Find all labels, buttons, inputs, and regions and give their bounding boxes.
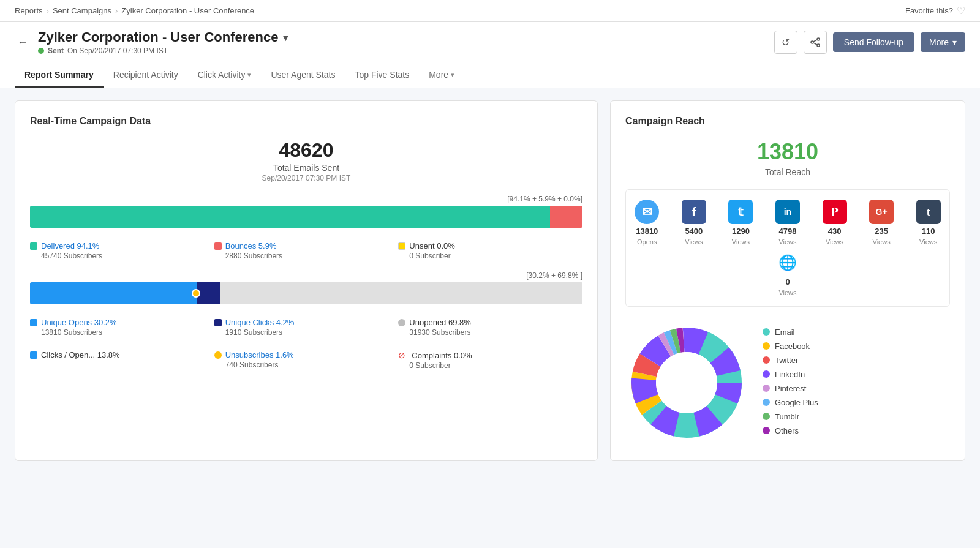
breadcrumb-sent[interactable]: Sent Campaigns (53, 6, 111, 15)
social-tumblr[interactable]: t 110 Views (910, 200, 947, 246)
gplus-count: 235 (875, 227, 888, 236)
svg-point-1 (811, 41, 813, 43)
unsubscribes-subs: 740 Subscribers (225, 361, 394, 369)
send-followup-button[interactable]: Send Follow-up (833, 32, 914, 52)
legend-twitter: Twitter (763, 356, 950, 365)
gplus-label: Views (873, 238, 891, 246)
more-dropdown-icon: ▾ (952, 37, 957, 47)
stat-unsent: Unsent 0.0% 0 Subscriber (398, 239, 582, 263)
bar2-rest (220, 282, 582, 304)
total-number: 48620 (30, 139, 582, 162)
social-grid: ✉ 13810 Opens f 5400 Views 𝕥 1290 Views … (625, 189, 950, 307)
tab-click-activity[interactable]: Click Activity ▾ (188, 64, 262, 88)
stat-unsubscribes: Unsubscribes 1.6% 740 Subscribers (214, 348, 399, 372)
legend-others: Others (763, 426, 950, 435)
tumblr-count: 110 (922, 227, 935, 236)
unsent-dot (398, 242, 405, 250)
total-label: Total Emails Sent (30, 163, 582, 173)
share-button[interactable] (804, 31, 827, 54)
breadcrumb-current: Zylker Corporation - User Conference (121, 6, 254, 15)
legend-twitter-dot (763, 356, 770, 364)
unsubscribes-link[interactable]: Unsubscribes 1.6% (225, 350, 294, 359)
sent-status-dot (38, 48, 44, 54)
bar2-opens (30, 282, 197, 304)
email-icon: ✉ (635, 200, 659, 224)
svg-point-13 (656, 352, 717, 413)
realtime-panel: Real-Time Campaign Data 48620 Total Emai… (15, 100, 598, 461)
complaints-label: Complaints 0.0% (412, 351, 472, 360)
favorite-heart-icon[interactable]: ♡ (957, 5, 965, 17)
twitter-label: Views (732, 238, 750, 246)
reach-title: Campaign Reach (625, 116, 950, 127)
breadcrumb: Reports › Sent Campaigns › Zylker Corpor… (15, 6, 254, 15)
stat-clicks-open: Clicks / Open... 13.8% (30, 348, 214, 372)
breadcrumb-reports[interactable]: Reports (15, 6, 43, 15)
tab-more[interactable]: More ▾ (419, 64, 464, 88)
social-twitter[interactable]: 𝕥 1290 Views (722, 200, 759, 246)
pinterest-icon: P (823, 200, 847, 224)
reach-legend: Email Facebook Twitter LinkedIn Pinteres… (763, 328, 950, 440)
legend-facebook: Facebook (763, 342, 950, 351)
bar1-delivered (30, 206, 550, 228)
web-label: Views (778, 289, 796, 296)
bounces-link[interactable]: Bounces 5.9% (225, 241, 277, 250)
legend-linkedin-label: LinkedIn (775, 370, 805, 379)
tab-recipient-activity[interactable]: Recipient Activity (104, 64, 188, 88)
reach-total-number: 13810 (625, 139, 950, 165)
social-web[interactable]: 🌐 0 Views (769, 250, 806, 296)
back-button[interactable]: ← (15, 34, 31, 51)
web-icon: 🌐 (775, 250, 800, 275)
unique-opens-link[interactable]: Unique Opens 30.2% (41, 318, 117, 327)
donut-chart (625, 321, 748, 446)
unique-opens-dot (30, 319, 37, 326)
clicks-open-dot (30, 351, 37, 359)
delivered-dot (30, 242, 37, 250)
header-left: ← Zylker Corporation - User Conference ▾… (15, 29, 288, 55)
facebook-count: 5400 (685, 227, 703, 236)
more-button[interactable]: More ▾ (921, 32, 965, 52)
complaints-subs: 0 Subscriber (409, 361, 578, 370)
unique-clicks-link[interactable]: Unique Clicks 4.2% (225, 318, 295, 327)
legend-pinterest-label: Pinterest (775, 384, 806, 393)
sent-date: On Sep/20/2017 07:30 PM IST (67, 47, 168, 55)
svg-line-4 (813, 43, 817, 45)
svg-line-3 (813, 40, 817, 42)
title-dropdown-icon[interactable]: ▾ (283, 32, 288, 43)
social-facebook[interactable]: f 5400 Views (676, 200, 712, 246)
realtime-title: Real-Time Campaign Data (30, 116, 582, 127)
legend-email: Email (763, 328, 950, 337)
refresh-button[interactable]: ↺ (774, 31, 797, 54)
unopened-label: Unopened 69.8% (409, 318, 470, 327)
tab-report-summary[interactable]: Report Summary (15, 64, 104, 88)
stats-row-1: Delivered 94.1% 45740 Subscribers Bounce… (30, 239, 582, 263)
email-label: Opens (637, 238, 657, 246)
top-bar: Reports › Sent Campaigns › Zylker Corpor… (0, 0, 980, 22)
reach-total-label: Total Reach (625, 167, 950, 177)
legend-gplus-dot (763, 399, 770, 406)
delivered-link[interactable]: Delivered 94.1% (41, 241, 99, 250)
nav-tabs: Report Summary Recipient Activity Click … (15, 64, 965, 88)
social-email[interactable]: ✉ 13810 Opens (628, 200, 665, 246)
legend-others-dot (763, 427, 770, 434)
social-linkedin[interactable]: in 4798 Views (769, 200, 806, 246)
legend-facebook-label: Facebook (775, 342, 810, 351)
stat-bounces: Bounces 5.9% 2880 Subscribers (214, 239, 399, 263)
legend-pinterest-dot (763, 385, 770, 392)
social-pinterest[interactable]: P 430 Views (816, 200, 853, 246)
stats-row-2: Unique Opens 30.2% 13810 Subscribers Uni… (30, 315, 582, 339)
header: ← Zylker Corporation - User Conference ▾… (0, 22, 980, 88)
svg-point-2 (817, 44, 820, 47)
legend-email-label: Email (775, 328, 795, 337)
favorite-label: Favorite this? (905, 6, 953, 15)
tumblr-label: Views (919, 238, 937, 246)
stat-complaints: ⊘ Complaints 0.0% 0 Subscriber (398, 348, 582, 372)
total-date: Sep/20/2017 07:30 PM IST (30, 174, 582, 182)
tab-top-five-stats[interactable]: Top Five Stats (345, 64, 420, 88)
legend-facebook-dot (763, 342, 770, 350)
tab-user-agent-stats[interactable]: User Agent Stats (261, 64, 345, 88)
total-emails-section: 48620 Total Emails Sent Sep/20/2017 07:3… (30, 139, 582, 182)
legend-tumblr-dot (763, 413, 770, 420)
delivered-subs: 45740 Subscribers (41, 252, 209, 260)
bar1 (30, 206, 582, 228)
social-gplus[interactable]: G+ 235 Views (863, 200, 900, 246)
